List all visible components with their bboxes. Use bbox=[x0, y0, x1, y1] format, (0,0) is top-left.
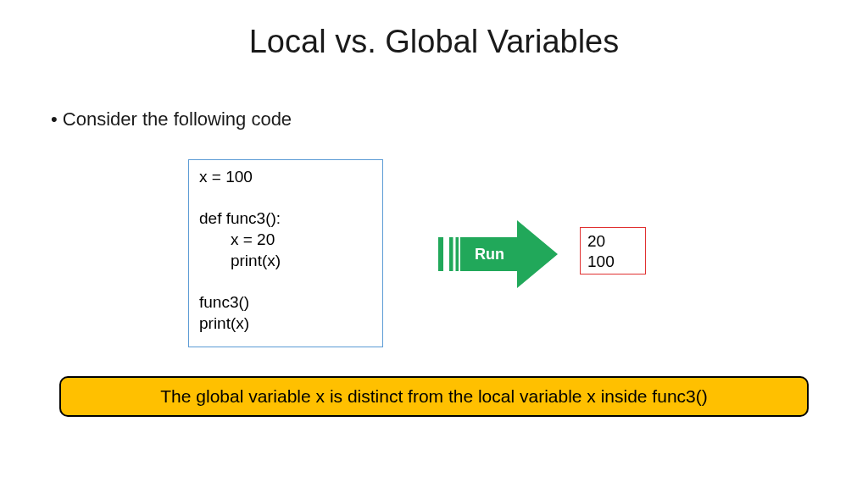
callout-text: The global variable x is distinct from t… bbox=[160, 386, 707, 407]
bullet-consider: Consider the following code bbox=[66, 108, 292, 130]
slide-title: Local vs. Global Variables bbox=[0, 0, 868, 60]
run-label: Run bbox=[475, 246, 504, 263]
output-box: 20 100 bbox=[580, 227, 646, 274]
callout-banner: The global variable x is distinct from t… bbox=[59, 376, 809, 417]
code-box: x = 100 def func3(): x = 20 print(x) fun… bbox=[188, 159, 383, 347]
run-arrow: Run bbox=[432, 219, 559, 291]
